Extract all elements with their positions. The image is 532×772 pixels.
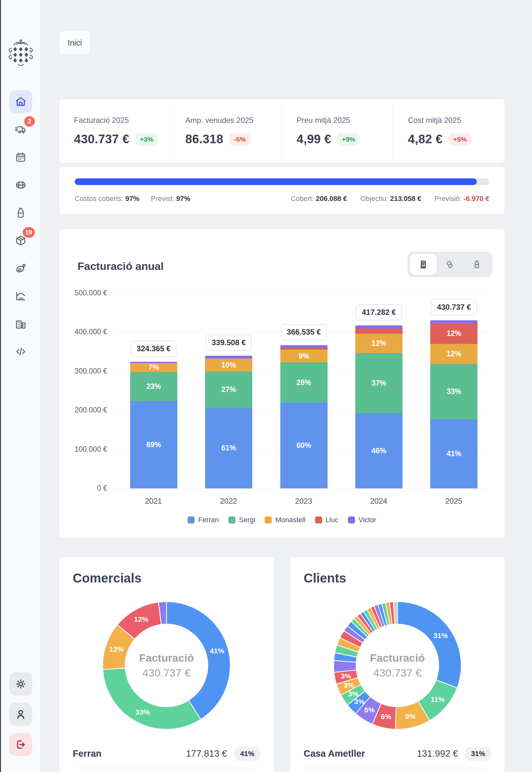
- donut-percent-label: 9%: [405, 712, 416, 720]
- donut-percent-label: 6%: [381, 713, 391, 721]
- list-item-casa-ametller[interactable]: Casa Ametller 131.992 € 31%: [304, 739, 491, 768]
- bar-segment-ferran[interactable]: 60%: [280, 403, 328, 488]
- bar-segment-monastell[interactable]: 7%: [130, 363, 177, 372]
- list-item-ferran[interactable]: Ferran 177.813 € 41%: [73, 739, 260, 768]
- segment-percent-label: 9%: [299, 352, 309, 360]
- donut-segment-ferran[interactable]: [166, 602, 230, 719]
- stacked-bar-2025[interactable]: 41%33%12%12%: [430, 320, 477, 488]
- bar-segment-ferran[interactable]: 41%: [430, 419, 477, 488]
- bar-segment-lluc[interactable]: 12%: [430, 323, 477, 344]
- bar-segment-monastell[interactable]: 10%: [205, 359, 252, 372]
- donut-percent-label: 3%: [348, 690, 358, 698]
- bar-segment-victor[interactable]: [430, 320, 477, 324]
- bar-segment-sergi[interactable]: 37%: [355, 353, 403, 413]
- sidebar-item-bottles[interactable]: [9, 201, 32, 224]
- bar-segment-victor[interactable]: [355, 325, 403, 329]
- profile-button[interactable]: [9, 703, 32, 726]
- user-icon: [15, 709, 26, 720]
- sun-icon: [15, 678, 26, 690]
- legend-swatch: [348, 516, 355, 523]
- legend-label: Sergi: [239, 516, 255, 524]
- theme-toggle-button[interactable]: [9, 672, 32, 695]
- logout-button[interactable]: [9, 733, 32, 756]
- bar-segment-sergi[interactable]: 27%: [205, 372, 252, 407]
- bar-segment-monastell[interactable]: 12%: [430, 344, 477, 364]
- sidebar-item-products[interactable]: 19: [9, 229, 32, 252]
- kpi-preu-mitja: Preu mitjà 2025 4,99 € +9%: [282, 99, 393, 163]
- segment-percent-label: 12%: [447, 350, 461, 358]
- legend-label: Victor: [358, 516, 376, 524]
- clients-card: Clients 31%11%9%6%5%3%3%3%3% Facturació …: [290, 557, 505, 772]
- progress-track: [75, 178, 489, 185]
- truck-icon: [15, 123, 27, 136]
- row-name: Casa Ametller: [304, 748, 417, 759]
- breadcrumb-inici-button[interactable]: Inici: [59, 31, 91, 55]
- stacked-bar-2023[interactable]: 60%28%9%: [280, 345, 328, 488]
- bar-segment-sergi[interactable]: 23%: [130, 372, 177, 401]
- stat-previsio: Previsió: -6.970 €: [435, 195, 489, 203]
- stacked-bar-2021[interactable]: 69%23%7%: [130, 362, 177, 488]
- legend-item-ferran[interactable]: Ferran: [188, 516, 219, 524]
- segment-percent-label: 41%: [447, 449, 461, 458]
- stat-objectiu: Objectiu: 213.058 €: [360, 195, 421, 203]
- bar-segment-sergi[interactable]: 28%: [280, 362, 328, 403]
- bar-segment-lluc[interactable]: [355, 329, 403, 333]
- bar-segment-monastell[interactable]: 12%: [355, 334, 403, 353]
- stat-cobert: Cobert: 206.088 €: [291, 195, 347, 203]
- stacked-bar-2022[interactable]: 61%27%10%: [205, 356, 252, 488]
- kpi-label: Facturació 2025: [74, 116, 164, 125]
- bar-segment-ferran[interactable]: 69%: [130, 401, 177, 488]
- bar-segment-monastell[interactable]: 9%: [280, 350, 328, 362]
- donut-percent-label: 41%: [210, 647, 224, 655]
- donut-percent-label: 3%: [341, 672, 351, 680]
- stacked-bar-2024[interactable]: 46%37%12%: [355, 325, 403, 488]
- donut-percent-label: 11%: [431, 695, 445, 703]
- kpi-label: Preu mitjà 2025: [297, 116, 387, 125]
- progress-stats: Costos coberts: 97% Previst: 97% Cobert:…: [75, 195, 489, 203]
- sidebar-item-barrels[interactable]: [9, 174, 32, 197]
- donut-segment-sergi[interactable]: [103, 668, 201, 729]
- bar-segment-victor[interactable]: [130, 362, 177, 363]
- sidebar-item-orders[interactable]: 2: [9, 118, 32, 141]
- legend-swatch: [265, 516, 272, 523]
- kpi-delta-badge: -5%: [229, 133, 250, 146]
- donut-segment-casa-ametller[interactable]: [397, 602, 461, 688]
- kpi-delta-badge: +9%: [337, 133, 360, 146]
- sidebar-item-stats[interactable]: [9, 285, 32, 308]
- kpi-label: Amp. venudes 2025: [185, 116, 275, 125]
- bar-segment-ferran[interactable]: 46%: [355, 413, 403, 488]
- kpi-delta-badge: +5%: [448, 133, 472, 146]
- legend-swatch: [188, 516, 195, 523]
- card-title: Clients: [304, 571, 346, 585]
- donut-percent-label: 5%: [364, 706, 375, 714]
- bar-segment-sergi[interactable]: 33%: [430, 364, 477, 419]
- kpi-facturacio: Facturació 2025 430.737 € +3%: [59, 99, 171, 163]
- products-badge: 19: [23, 227, 35, 238]
- sidebar-item-ham[interactable]: [9, 257, 32, 280]
- segment-percent-label: 28%: [296, 378, 311, 387]
- sidebar-item-home[interactable]: [9, 90, 32, 113]
- x-axis-tick: 2025: [417, 497, 491, 506]
- legend-item-sergi[interactable]: Sergi: [228, 516, 255, 524]
- legend-item-monastell[interactable]: Monastell: [265, 516, 305, 524]
- donut-percent-label: 33%: [136, 708, 150, 716]
- gridline: [114, 488, 491, 489]
- sidebar-item-companies[interactable]: [9, 312, 32, 335]
- kpi-value: 86.318: [185, 132, 223, 146]
- legend-item-lluc[interactable]: Lluc: [315, 516, 338, 524]
- bar-segment-lluc[interactable]: [280, 348, 328, 349]
- kpi-value: 4,82 €: [408, 132, 443, 146]
- sidebar-item-calendar[interactable]: [9, 146, 32, 169]
- stat-previst: Previst: 97%: [151, 195, 190, 203]
- legend-item-victor[interactable]: Victor: [348, 516, 376, 524]
- bar-segment-victor[interactable]: [205, 356, 252, 358]
- bar-segment-ferran[interactable]: 61%: [205, 408, 252, 488]
- segment-percent-label: 69%: [146, 441, 161, 449]
- progress-fill: [75, 178, 477, 185]
- barrel-icon: [15, 179, 27, 191]
- bar-segment-victor[interactable]: [280, 345, 328, 348]
- costs-progress-card: Costos coberts: 97% Previst: 97% Cobert:…: [59, 167, 505, 214]
- x-axis-tick: 2024: [341, 497, 416, 506]
- sidebar-item-dev[interactable]: [9, 340, 32, 363]
- logout-icon: [15, 739, 26, 750]
